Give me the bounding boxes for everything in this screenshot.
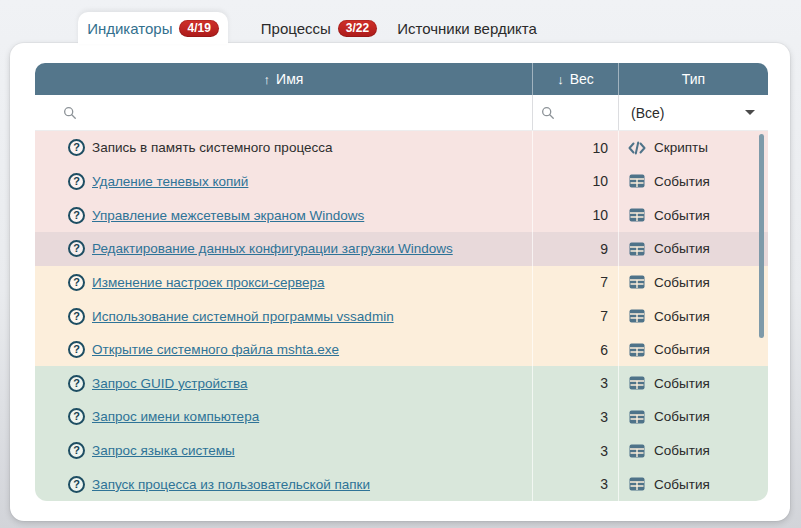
table-icon xyxy=(628,476,646,492)
vertical-scrollbar-thumb[interactable] xyxy=(759,134,764,338)
indicator-name-cell: ?Редактирование данных конфигурации загр… xyxy=(35,232,532,266)
table-icon xyxy=(628,375,646,391)
table-row: ?Запрос имени компьютера3События xyxy=(35,400,768,434)
indicators-table: ↑ Имя ↓ Вес Тип xyxy=(35,63,768,501)
help-icon[interactable]: ? xyxy=(68,408,85,425)
indicator-name[interactable]: Запрос языка системы xyxy=(92,443,235,458)
indicator-type-label: События xyxy=(654,443,710,458)
indicator-type-label: События xyxy=(654,409,710,424)
help-icon[interactable]: ? xyxy=(68,274,85,291)
indicator-weight: 3 xyxy=(532,434,618,468)
indicator-type-label: События xyxy=(654,208,710,223)
indicator-name[interactable]: Запуск процесса из пользовательской папк… xyxy=(92,477,370,492)
column-header-type[interactable]: Тип xyxy=(618,63,768,95)
table-filter-row: (Все) xyxy=(35,95,768,131)
indicator-weight: 9 xyxy=(532,232,618,266)
tab-indicators-label: Индикаторы xyxy=(87,20,172,37)
indicator-name-cell: ?Запрос языка системы xyxy=(35,434,532,468)
column-header-name[interactable]: ↑ Имя xyxy=(35,63,532,95)
content-panel: ↑ Имя ↓ Вес Тип xyxy=(10,43,790,521)
indicator-type-cell: События xyxy=(618,467,768,501)
indicator-name[interactable]: Запрос имени компьютера xyxy=(92,409,259,424)
table-row: ?Управление межсетевым экраном Windows10… xyxy=(35,198,768,232)
indicator-weight: 3 xyxy=(532,400,618,434)
table-row: ?Запуск процесса из пользовательской пап… xyxy=(35,467,768,501)
indicator-name-cell: ?Управление межсетевым экраном Windows xyxy=(35,198,532,232)
help-icon[interactable]: ? xyxy=(68,207,85,224)
help-icon[interactable]: ? xyxy=(68,173,85,190)
indicator-name[interactable]: Изменение настроек прокси-сервера xyxy=(92,275,324,290)
table-row: ?Удаление теневых копий10События xyxy=(35,165,768,199)
tab-processes[interactable]: Процессы 3/22 xyxy=(248,12,390,44)
chevron-down-icon xyxy=(745,110,755,115)
tab-verdict-sources[interactable]: Источники вердикта xyxy=(396,12,538,44)
help-icon[interactable]: ? xyxy=(68,375,85,392)
indicator-weight: 6 xyxy=(532,333,618,367)
table-row: ?Открытие системного файла mshta.exe6Соб… xyxy=(35,333,768,367)
indicator-name-cell: ?Использование системной программы vssad… xyxy=(35,299,532,333)
table-icon xyxy=(628,241,646,257)
indicator-weight: 3 xyxy=(532,467,618,501)
indicator-type-cell: События xyxy=(618,266,768,300)
table-row: ?Редактирование данных конфигурации загр… xyxy=(35,232,768,266)
tab-indicators-badge: 4/19 xyxy=(179,20,218,37)
tab-processes-label: Процессы xyxy=(261,20,331,37)
search-icon xyxy=(541,106,555,120)
help-icon[interactable]: ? xyxy=(68,308,85,325)
table-icon xyxy=(628,443,646,459)
table-row: ?Запись в память системного процесса10Ск… xyxy=(35,131,768,165)
table-header-row: ↑ Имя ↓ Вес Тип xyxy=(35,63,768,95)
column-header-weight-label: Вес xyxy=(570,71,594,87)
table-row: ?Запрос языка системы3События xyxy=(35,434,768,468)
code-icon xyxy=(628,140,646,156)
indicator-type-cell: Скрипты xyxy=(618,131,768,165)
weight-filter-input[interactable] xyxy=(555,95,618,130)
indicator-type-cell: События xyxy=(618,434,768,468)
indicator-type-label: События xyxy=(654,477,710,492)
indicator-name[interactable]: Удаление теневых копий xyxy=(92,174,248,189)
indicator-weight: 10 xyxy=(532,131,618,165)
indicator-weight: 10 xyxy=(532,198,618,232)
tab-processes-badge: 3/22 xyxy=(338,20,377,37)
indicator-type-label: События xyxy=(654,174,710,189)
table-icon xyxy=(628,409,646,425)
indicator-name[interactable]: Редактирование данных конфигурации загру… xyxy=(92,241,453,256)
indicator-name[interactable]: Открытие системного файла mshta.exe xyxy=(92,342,339,357)
indicator-type-cell: События xyxy=(618,366,768,400)
indicator-name-cell: ?Изменение настроек прокси-сервера xyxy=(35,266,532,300)
sort-desc-icon: ↓ xyxy=(557,72,564,87)
type-filter-select[interactable]: (Все) xyxy=(619,105,768,121)
indicator-name: Запись в память системного процесса xyxy=(92,140,332,155)
help-icon[interactable]: ? xyxy=(68,341,85,358)
help-icon[interactable]: ? xyxy=(68,476,85,493)
table-body: ?Запись в память системного процесса10Ск… xyxy=(35,131,768,501)
indicator-name[interactable]: Использование системной программы vssadm… xyxy=(92,309,394,324)
help-icon[interactable]: ? xyxy=(68,240,85,257)
table-icon xyxy=(628,274,646,290)
indicator-name[interactable]: Управление межсетевым экраном Windows xyxy=(92,208,364,223)
table-icon xyxy=(628,342,646,358)
indicator-name-cell: ?Удаление теневых копий xyxy=(35,165,532,199)
sort-asc-icon: ↑ xyxy=(264,72,271,87)
indicator-type-label: События xyxy=(654,309,710,324)
name-filter-input[interactable] xyxy=(77,95,532,130)
help-icon[interactable]: ? xyxy=(68,442,85,459)
column-header-weight[interactable]: ↓ Вес xyxy=(532,63,618,95)
table-icon xyxy=(628,173,646,189)
indicator-type-label: События xyxy=(654,241,710,256)
indicator-name-cell: ?Открытие системного файла mshta.exe xyxy=(35,333,532,367)
table-row: ?Запрос GUID устройства3События xyxy=(35,366,768,400)
type-filter-value: (Все) xyxy=(631,105,664,121)
indicator-weight: 10 xyxy=(532,165,618,199)
indicator-weight: 3 xyxy=(532,366,618,400)
help-icon[interactable]: ? xyxy=(68,139,85,156)
tab-indicators[interactable]: Индикаторы 4/19 xyxy=(78,12,228,44)
indicator-type-cell: События xyxy=(618,165,768,199)
indicator-name[interactable]: Запрос GUID устройства xyxy=(92,376,248,391)
indicator-type-cell: События xyxy=(618,198,768,232)
indicator-name-cell: ?Запись в память системного процесса xyxy=(35,131,532,165)
indicator-name-cell: ?Запрос имени компьютера xyxy=(35,400,532,434)
indicator-type-cell: События xyxy=(618,232,768,266)
table-row: ?Использование системной программы vssad… xyxy=(35,299,768,333)
table-row: ?Изменение настроек прокси-сервера7Событ… xyxy=(35,266,768,300)
